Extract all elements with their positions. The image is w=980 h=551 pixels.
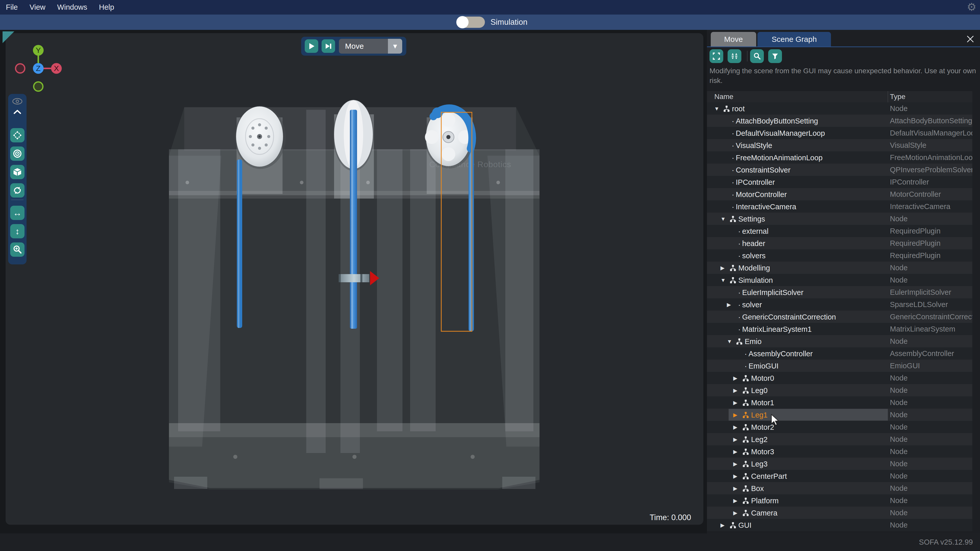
tree-row-Settings[interactable]: ▼SettingsNode (707, 213, 972, 225)
tree-row-Motor0[interactable]: ▶Motor0Node (707, 372, 972, 384)
pan-vertical-button[interactable]: ↕ (10, 224, 24, 238)
column-header-name[interactable]: Name (714, 91, 733, 102)
expanded-arrow-icon[interactable]: ▼ (721, 213, 729, 225)
collapsed-arrow-icon[interactable]: ▶ (733, 372, 742, 384)
tree-row-Modelling[interactable]: ▶ModellingNode (707, 261, 972, 274)
tree-row-Leg2[interactable]: ▶Leg2Node (707, 433, 972, 445)
tree-row-IPController[interactable]: ·IPControllerIPController (707, 176, 972, 188)
mode-dropdown[interactable]: Move ▼ (339, 39, 402, 54)
leaf-bullet: · (732, 127, 734, 139)
tree-row-Motor1[interactable]: ▶Motor1Node (707, 397, 972, 409)
tree-row-Simulation[interactable]: ▼SimulationNode (707, 274, 972, 286)
tree-row-MatrixLinearSystem1[interactable]: ·MatrixLinearSystem1MatrixLinearSystem (707, 323, 972, 335)
collapsed-arrow-icon[interactable]: ▶ (733, 433, 742, 446)
collapsed-arrow-icon[interactable]: ▶ (733, 470, 742, 483)
collapse-all-button[interactable] (728, 49, 741, 63)
tree-row-Box[interactable]: ▶BoxNode (707, 482, 972, 494)
tree-row-CenterPart[interactable]: ▶CenterPartNode (707, 470, 972, 482)
tree-row-EulerImplicitSolver[interactable]: ·EulerImplicitSolverEulerImplicitSolver (707, 286, 972, 298)
tree-row-solvers[interactable]: ·solversRequiredPlugin (707, 249, 972, 261)
simulation-toggle[interactable] (457, 17, 485, 28)
zoom-tool-button[interactable] (10, 242, 24, 257)
cube-tool-button[interactable] (10, 165, 24, 179)
tree-row-MotorController[interactable]: ·MotorControllerMotorController (707, 188, 972, 200)
row-name: CenterPart (751, 472, 787, 480)
expand-all-button[interactable] (710, 49, 723, 63)
tab-move[interactable]: Move (711, 32, 756, 46)
tree-row-root[interactable]: ▼rootNode (707, 102, 972, 115)
playback-controls: Move ▼ (301, 37, 406, 56)
collapse-panel-chevron-icon[interactable] (8, 109, 27, 116)
collapsed-arrow-icon[interactable]: ▶ (721, 262, 729, 274)
column-divider[interactable] (888, 91, 888, 102)
svg-text:Z: Z (36, 64, 41, 72)
move-tool-button[interactable] (10, 128, 24, 142)
tree-row-external[interactable]: ·externalRequiredPlugin (707, 225, 972, 237)
expanded-arrow-icon[interactable]: ▼ (714, 103, 723, 115)
menu-windows[interactable]: Windows (51, 0, 93, 14)
tree-row-Motor3[interactable]: ▶Motor3Node (707, 445, 972, 458)
scene-graph-panel: Move Scene Graph Modifying the scene fro… (707, 30, 980, 533)
tree-row-Motor2[interactable]: ▶Motor2Node (707, 421, 972, 433)
tree-row-FreeMotionAnimationLoop[interactable]: ·FreeMotionAnimationLoopFreeMotionAnimat… (707, 151, 972, 164)
target-tool-button[interactable] (10, 147, 24, 161)
row-type: MatrixLinearSystem (890, 323, 972, 335)
tree-row-Camera[interactable]: ▶CameraNode (707, 506, 972, 519)
expanded-arrow-icon[interactable]: ▼ (721, 274, 729, 287)
menu-help[interactable]: Help (93, 0, 120, 14)
collapsed-arrow-icon[interactable]: ▶ (721, 519, 729, 531)
expanded-arrow-icon[interactable]: ▼ (727, 335, 735, 347)
tree-row-DefaultVisualManagerLoop[interactable]: ·DefaultVisualManagerLoopDefaultVisualMa… (707, 127, 972, 139)
tree-row-VisualStyle[interactable]: ·VisualStyleVisualStyle (707, 139, 972, 151)
leaf-bullet: · (738, 299, 741, 311)
settings-gear-icon[interactable]: ⚙ (967, 1, 977, 13)
tree-row-InteractiveCamera[interactable]: ·InteractiveCameraInteractiveCamera (707, 200, 972, 213)
collapsed-arrow-icon[interactable]: ▶ (733, 397, 742, 409)
menu-file[interactable]: File (0, 0, 24, 14)
pan-horizontal-button[interactable]: ↔ (10, 206, 24, 220)
tree-row-AttachBodyButtonSetting[interactable]: ·AttachBodyButtonSettingAttachBodyButton… (707, 115, 972, 127)
tool-divider (11, 199, 24, 200)
row-type: Node (890, 482, 972, 494)
step-button[interactable] (321, 39, 335, 53)
collapsed-arrow-icon[interactable]: ▶ (733, 458, 742, 470)
tree-row-Leg3[interactable]: ▶Leg3Node (707, 458, 972, 470)
collapsed-arrow-icon[interactable]: ▶ (733, 507, 742, 519)
simulation-toolbar: Simulation (0, 14, 980, 30)
tree-row-Emio[interactable]: ▼EmioNode (707, 335, 972, 347)
column-header-type[interactable]: Type (890, 91, 905, 102)
collapsed-arrow-icon[interactable]: ▶ (733, 446, 742, 458)
menu-view[interactable]: View (24, 0, 51, 14)
visibility-eye-icon[interactable] (8, 97, 27, 107)
collapsed-arrow-icon[interactable]: ▶ (733, 495, 742, 507)
viewport-3d[interactable]: Compliance Robotics (6, 33, 703, 525)
row-name: Platform (751, 497, 779, 505)
close-panel-icon[interactable] (965, 34, 975, 44)
tree-row-AssemblyController[interactable]: ·AssemblyControllerAssemblyController (707, 347, 972, 360)
collapsed-arrow-icon[interactable]: ▶ (733, 409, 742, 421)
row-name: Motor0 (751, 374, 774, 382)
collapsed-arrow-icon[interactable]: ▶ (733, 384, 742, 397)
play-button[interactable] (305, 39, 318, 53)
collapsed-arrow-icon[interactable]: ▶ (727, 299, 735, 311)
tree-row-Leg1[interactable]: ▶Leg1Node (707, 409, 972, 421)
row-name: Motor3 (751, 447, 774, 456)
tree-row-Platform[interactable]: ▶PlatformNode (707, 494, 972, 506)
tree-row-EmioGUI[interactable]: ·EmioGUIEmioGUI (707, 360, 972, 372)
rotate-tool-button[interactable] (10, 183, 24, 197)
row-type: Node (890, 433, 972, 445)
tree-row-solver[interactable]: ▶·solverSparseLDLSolver (707, 298, 972, 311)
node-icon (730, 216, 736, 222)
tree-row-GenericConstraintCorrection[interactable]: ·GenericConstraintCorrectionGenericConst… (707, 311, 972, 323)
dropdown-arrow-icon[interactable]: ▼ (388, 39, 402, 54)
collapsed-arrow-icon[interactable]: ▶ (733, 421, 742, 433)
tree-row-header[interactable]: ·headerRequiredPlugin (707, 237, 972, 249)
row-type: Node (890, 458, 972, 470)
tree-row-Leg0[interactable]: ▶Leg0Node (707, 384, 972, 397)
filter-button[interactable] (768, 49, 782, 63)
collapsed-arrow-icon[interactable]: ▶ (733, 483, 742, 495)
search-button[interactable] (750, 49, 764, 63)
tree-row-ConstraintSolver[interactable]: ·ConstraintSolverQPInverseProblemSolver (707, 164, 972, 176)
tree-row-GUI[interactable]: ▶GUINode (707, 519, 972, 531)
tab-scene-graph[interactable]: Scene Graph (757, 32, 831, 46)
